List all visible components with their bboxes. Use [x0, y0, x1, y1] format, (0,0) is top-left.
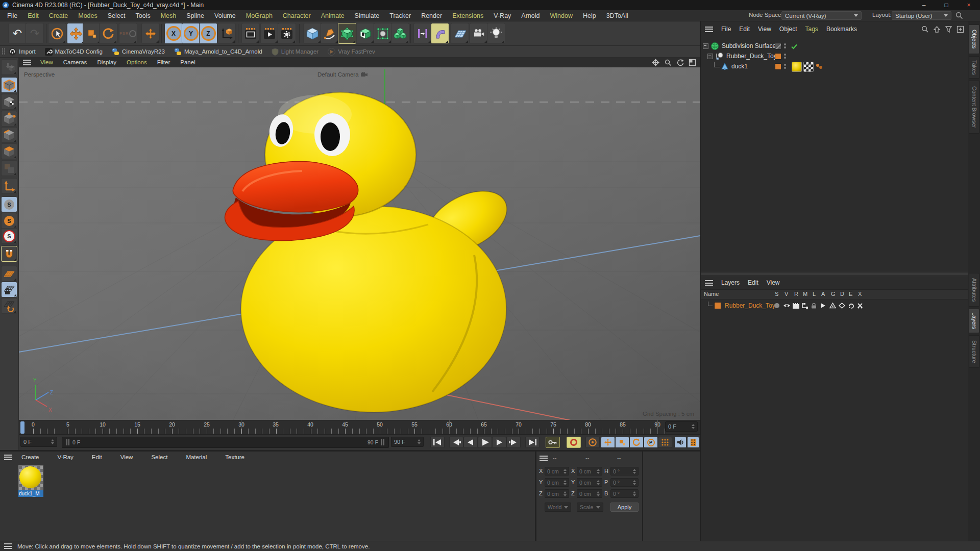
- lock-workplane-button[interactable]: [1, 282, 17, 297]
- tab-takes[interactable]: Takes: [969, 56, 979, 79]
- render-view-button[interactable]: [241, 23, 260, 44]
- tab-objects[interactable]: Objects: [969, 24, 979, 54]
- camera-button[interactable]: [470, 23, 488, 44]
- frame-range-slider[interactable]: 0 F 90 F: [62, 437, 389, 448]
- plugin-maxtoc4d-button[interactable]: MaxToC4D Config: [45, 48, 103, 56]
- prev-key-button[interactable]: [449, 437, 463, 448]
- material-tag-icon[interactable]: [792, 62, 802, 72]
- mat-menu-material[interactable]: Material: [181, 454, 212, 460]
- om-add-icon[interactable]: [957, 26, 964, 33]
- menu-select[interactable]: Select: [103, 12, 131, 19]
- rotate-tool[interactable]: [99, 23, 117, 44]
- edge-mode-button[interactable]: [1, 127, 17, 143]
- menu-extensions[interactable]: Extensions: [447, 12, 488, 19]
- om-search-icon[interactable]: [921, 26, 929, 33]
- material-hamburger-icon[interactable]: [4, 455, 12, 460]
- om-filter-icon[interactable]: [945, 26, 952, 33]
- pos-y-field[interactable]: 0 cm: [545, 478, 569, 487]
- live-selection-tool[interactable]: [48, 23, 66, 44]
- mat-menu-edit[interactable]: Edit: [87, 454, 107, 460]
- last-tool-psr[interactable]: PSR: [119, 23, 137, 44]
- menu-tracker[interactable]: Tracker: [384, 12, 416, 19]
- add-cube-primitive-button[interactable]: [303, 23, 322, 44]
- plugin-light-manager-button[interactable]: Light Manager: [272, 48, 319, 56]
- search-icon[interactable]: [955, 12, 963, 21]
- apply-button[interactable]: Apply: [610, 503, 639, 512]
- array-cloner-button[interactable]: [391, 23, 409, 44]
- layers-menu-view[interactable]: View: [763, 279, 784, 286]
- size-y-field[interactable]: 0 cm: [577, 478, 602, 487]
- enable-dots[interactable]: [784, 54, 786, 59]
- point-mode-button[interactable]: [1, 111, 17, 127]
- coordinate-system-button[interactable]: [217, 23, 236, 44]
- menu-vray[interactable]: V-Ray: [488, 12, 516, 19]
- generator-check-icon[interactable]: [791, 43, 798, 49]
- mat-menu-create[interactable]: Create: [16, 454, 44, 460]
- plugin-maya-arnold-button[interactable]: Maya_Arnold_to_C4D_Arnold: [174, 48, 262, 56]
- expand-icon[interactable]: [703, 43, 708, 49]
- pos-x-field[interactable]: 0 cm: [545, 467, 569, 475]
- goto-end-button[interactable]: [525, 437, 540, 448]
- pan-view-icon[interactable]: [652, 59, 659, 66]
- lock-y-axis-button[interactable]: Y: [182, 23, 200, 44]
- range-end-grip[interactable]: [381, 439, 384, 445]
- prev-frame-button[interactable]: [463, 437, 478, 448]
- keyframe-selection-button[interactable]: [585, 437, 600, 448]
- menu-modes[interactable]: Modes: [73, 12, 103, 19]
- key-pla-toggle[interactable]: [658, 437, 672, 448]
- menu-help[interactable]: Help: [578, 12, 601, 19]
- menu-create[interactable]: Create: [44, 12, 74, 19]
- layers-menu-layers[interactable]: Layers: [717, 279, 744, 286]
- rotate-workplane-button[interactable]: [1, 298, 17, 314]
- viewport-hamburger-icon[interactable]: [23, 60, 31, 65]
- current-frame-field[interactable]: 0 F: [20, 437, 57, 447]
- layout-dropdown[interactable]: Startup (User): [892, 11, 951, 20]
- menu-file[interactable]: File: [2, 12, 22, 19]
- layer-chip-orange[interactable]: [775, 63, 781, 70]
- deformers-icon[interactable]: [839, 303, 845, 309]
- menu-volume[interactable]: Volume: [209, 12, 241, 19]
- layer-row-rubber-duck-toy[interactable]: Rubber_Duck_Toy: [701, 300, 968, 311]
- make-editable-button[interactable]: [1, 59, 17, 75]
- menu-mograph[interactable]: MoGraph: [241, 12, 278, 19]
- layer-chip-none[interactable]: [775, 43, 781, 49]
- lock-icon[interactable]: [811, 303, 817, 309]
- play-button[interactable]: [478, 437, 492, 448]
- scale-tool[interactable]: [83, 23, 101, 44]
- menu-spline[interactable]: Spline: [181, 12, 209, 19]
- mini-timeline-toggle[interactable]: [687, 437, 699, 448]
- menu-3dtoall[interactable]: 3DToAll: [601, 12, 633, 19]
- tab-layers[interactable]: Layers: [969, 309, 979, 333]
- lock-x-axis-button[interactable]: X: [164, 23, 183, 44]
- om-menu-view[interactable]: View: [754, 26, 775, 33]
- enable-dots[interactable]: [784, 43, 786, 48]
- layers-menu-edit[interactable]: Edit: [744, 279, 763, 286]
- model-mode-button[interactable]: [1, 77, 17, 93]
- render-visibility-icon[interactable]: [793, 303, 799, 309]
- vp-menu-cameras[interactable]: Cameras: [58, 59, 92, 65]
- magnet-tool-button[interactable]: [1, 246, 17, 262]
- om-menu-edit[interactable]: Edit: [735, 26, 754, 33]
- layers-hamburger-icon[interactable]: [705, 280, 713, 286]
- menu-render[interactable]: Render: [416, 12, 447, 19]
- tweak-mode-button[interactable]: [1, 160, 17, 176]
- sound-toggle[interactable]: [674, 437, 687, 448]
- animation-icon[interactable]: [820, 303, 826, 309]
- viewport-camera-label[interactable]: Default Camera: [317, 71, 368, 78]
- plugin-cinemavray-button[interactable]: CinemaVrayR23: [112, 48, 165, 56]
- expressions-icon[interactable]: [848, 303, 854, 309]
- toolbar-grip[interactable]: [2, 48, 6, 55]
- lock-z-axis-button[interactable]: Z: [199, 23, 217, 44]
- vp-menu-options[interactable]: Options: [121, 59, 152, 65]
- object-row-subdivision-surface[interactable]: Subdivision Surface: [701, 41, 968, 51]
- goto-start-button[interactable]: [430, 437, 445, 448]
- phong-tag-icon[interactable]: [815, 63, 823, 71]
- key-rotation-toggle[interactable]: [629, 437, 644, 448]
- rubber-duck-model[interactable]: [225, 92, 517, 412]
- status-hamburger-icon[interactable]: [4, 543, 12, 549]
- menu-character[interactable]: Character: [278, 12, 316, 19]
- generators-icon[interactable]: [829, 303, 836, 309]
- timeline-playhead[interactable]: [20, 421, 24, 434]
- menu-arnold[interactable]: Arnold: [516, 12, 545, 19]
- tab-content-browser[interactable]: Content Browser: [969, 81, 979, 134]
